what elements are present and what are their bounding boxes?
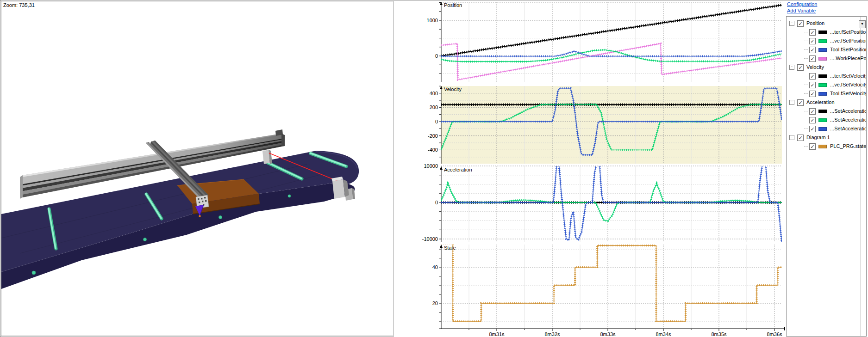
tree-group-position[interactable]: -✓Position (787, 19, 860, 28)
y-tick-label: 400 (430, 91, 438, 96)
chart-title: Velocity (444, 86, 462, 92)
variable-label: Tool.fSetVelocity (830, 89, 867, 98)
y-tick-label: -200 (428, 133, 438, 139)
variable-label: ...SetAcceleration (830, 107, 867, 116)
y-tick-label: -400 (428, 147, 438, 153)
expand-toggle[interactable]: - (789, 135, 794, 140)
variable-label: ...SetAcceleration (830, 124, 867, 133)
chart-title: Position (444, 2, 462, 8)
variable-checkbox[interactable]: ✓ (809, 108, 816, 115)
y-tick-label: 0 (435, 119, 438, 124)
variable-row[interactable]: ✓PLC_PRG.state (787, 142, 860, 151)
variables-list: ▼ -✓Position✓...ter.fSetPosition✓...ve.f… (786, 16, 867, 337)
viewer-3d-pane[interactable]: Zoom: 735,31 (1, 1, 393, 336)
x-tick-label: 8m33s (600, 331, 616, 337)
tree-connector (804, 49, 808, 50)
expand-toggle[interactable]: - (789, 65, 794, 70)
expand-toggle[interactable]: - (789, 21, 794, 26)
tree-connector (804, 32, 808, 32)
expand-toggle[interactable]: - (789, 100, 794, 105)
chart-acceleration: 100000-10000Acceleration (422, 163, 782, 242)
tree-group-diagram-1[interactable]: -✓Diagram 1 (787, 133, 860, 142)
group-label: Velocity (806, 63, 824, 72)
variable-checkbox[interactable]: ✓ (809, 82, 816, 88)
chart-title: Acceleration (444, 167, 472, 172)
tool-tip-marker (199, 215, 200, 217)
series-PLC-PRG-state (441, 244, 782, 321)
tree-group-acceleration[interactable]: -✓Acceleration (787, 98, 860, 107)
group-label: Diagram 1 (806, 133, 830, 142)
y-tick-label: 1000 (427, 18, 438, 23)
series-color-swatch (818, 127, 827, 131)
variable-row[interactable]: ✓...ve.fSetPosition (787, 37, 860, 45)
x-tick-label: 8m34s (656, 331, 671, 337)
series--SetAcceleration-tool (441, 165, 782, 242)
configuration-link[interactable]: Configuration (787, 1, 868, 7)
conveyor-3d-scene (1, 1, 393, 336)
series-color-swatch (818, 39, 827, 43)
tree-group-velocity[interactable]: -✓Velocity (787, 63, 860, 72)
series-color-swatch (818, 118, 827, 122)
y-tick-label: 20 (432, 300, 438, 306)
y-tick-label: 0 (435, 53, 438, 59)
tree-connector (804, 146, 808, 147)
tree-connector (804, 120, 808, 120)
x-tick-label: 8m36s (767, 331, 782, 337)
app-window: Zoom: 735,31 (0, 0, 868, 337)
variable-label: Tool.fSetPosition (830, 45, 867, 54)
variable-row[interactable]: ✓...SetAcceleration (787, 124, 860, 133)
y-tick-label: 200 (430, 104, 438, 110)
scope-charts: 10000Position4002000-200-400Velocity1000… (394, 0, 785, 337)
tree-connector (804, 93, 808, 94)
group-checkbox[interactable]: ✓ (797, 99, 804, 106)
tree-connector (804, 41, 808, 41)
variable-checkbox[interactable]: ✓ (809, 143, 816, 150)
variable-row[interactable]: ✓...ter.fSetVelocity (787, 72, 860, 80)
x-tick-label: 8m31s (489, 331, 505, 337)
variable-label: ...ter.fSetVelocity (830, 72, 867, 80)
variable-label: ....WorkPiecePos (830, 54, 867, 63)
tree-connector (804, 111, 808, 111)
variable-row[interactable]: ✓...ve.fSetVelocity (787, 80, 860, 89)
variable-row[interactable]: ✓Tool.fSetPosition (787, 45, 860, 54)
chart-state: 4020State8m31s8m32s8m33s8m34s8m35s8m36s (432, 244, 785, 337)
group-checkbox[interactable]: ✓ (797, 64, 804, 71)
y-tick-label: -10000 (422, 236, 438, 242)
variable-row[interactable]: ✓...SetAcceleration (787, 107, 860, 116)
group-label: Position (806, 19, 824, 28)
x-tick-label: 8m32s (544, 331, 560, 337)
variable-checkbox[interactable]: ✓ (809, 29, 816, 36)
y-tick-label: 10000 (424, 163, 438, 169)
variable-label: ...SetAcceleration (830, 116, 867, 124)
series-color-swatch (818, 48, 827, 52)
tree-connector (804, 58, 808, 59)
group-checkbox[interactable]: ✓ (797, 135, 804, 141)
y-tick-label: 0 (435, 200, 438, 205)
variable-row[interactable]: ✓Tool.fSetVelocity (787, 89, 860, 98)
variable-row[interactable]: ✓...ter.fSetPosition (787, 28, 860, 37)
variable-checkbox[interactable]: ✓ (809, 91, 816, 97)
variable-checkbox[interactable]: ✓ (809, 126, 816, 132)
variable-checkbox[interactable]: ✓ (809, 47, 816, 53)
chart-title: State (444, 245, 456, 251)
series-color-swatch (818, 57, 827, 61)
chart-velocity: 4002000-200-400Velocity (428, 86, 782, 164)
add-variable-link[interactable]: Add Variable (787, 8, 868, 13)
variable-checkbox[interactable]: ✓ (809, 73, 816, 80)
variable-tree: -✓Position✓...ter.fSetPosition✓...ve.fSe… (787, 19, 860, 151)
group-checkbox[interactable]: ✓ (797, 20, 804, 27)
scrollbar-track[interactable] (860, 17, 866, 336)
variable-checkbox[interactable]: ✓ (809, 55, 816, 62)
variable-row[interactable]: ✓...SetAcceleration (787, 116, 860, 124)
tree-connector (804, 129, 808, 129)
series-color-swatch (818, 110, 827, 113)
group-label: Acceleration (806, 98, 835, 107)
variable-row[interactable]: ✓....WorkPiecePos (787, 54, 860, 63)
x-tick-label: 8m35s (711, 331, 727, 337)
variables-panel: Configuration Add Variable ▼ -✓Position✓… (785, 0, 868, 337)
laser-emitter-post (262, 148, 272, 164)
variable-checkbox[interactable]: ✓ (809, 117, 816, 123)
y-tick-label: 40 (432, 264, 438, 270)
variable-checkbox[interactable]: ✓ (809, 38, 816, 44)
variable-label: ...ter.fSetPosition (830, 28, 867, 37)
